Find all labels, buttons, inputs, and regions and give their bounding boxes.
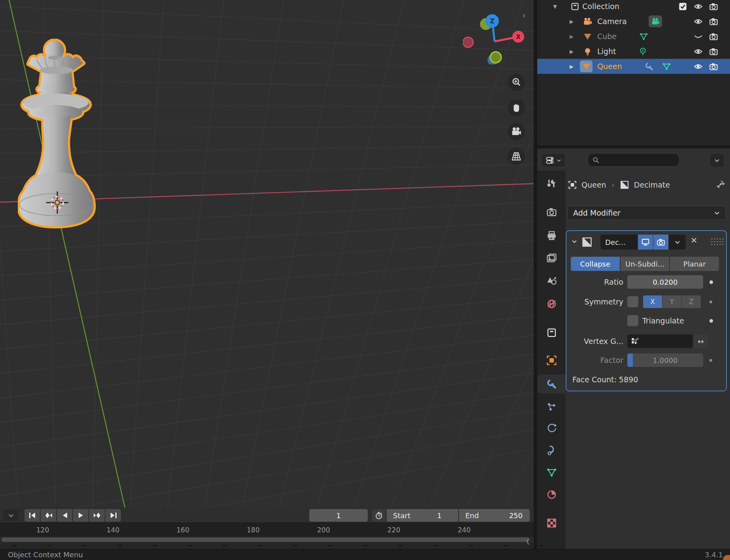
use-preview-range-button[interactable] [372, 509, 386, 522]
navigation-gizmo[interactable]: Z X [463, 11, 530, 64]
disclosure-triangle-icon[interactable]: ▶ [570, 34, 574, 39]
play-reverse-button[interactable] [57, 509, 72, 522]
texture-checker-icon [546, 518, 557, 528]
camera-toggle-icon[interactable] [709, 62, 718, 71]
factor-slider[interactable]: 1.0000 [627, 353, 703, 367]
camera-toggle-icon[interactable] [709, 32, 718, 41]
outliner-row-cube[interactable]: ▶ Cube [537, 29, 730, 44]
tab-particles[interactable] [537, 397, 566, 416]
timeline-ruler[interactable]: 120 140 160 180 200 220 240 [0, 522, 534, 537]
tab-render[interactable] [537, 202, 566, 221]
camera-data-badge[interactable] [649, 15, 662, 27]
tab-object[interactable] [537, 351, 566, 370]
modifier-extras-dropdown[interactable] [668, 235, 686, 250]
animate-dot[interactable] [709, 280, 713, 284]
gizmo-neg-x-ball[interactable] [463, 37, 473, 47]
tab-texture[interactable] [537, 513, 566, 532]
camera-view-button[interactable] [508, 123, 525, 140]
animate-dot[interactable] [709, 359, 712, 362]
ratio-field[interactable]: 0.0200 [627, 275, 703, 289]
pan-button[interactable] [508, 99, 525, 117]
outliner-row-queen[interactable]: ▶ Queen [537, 59, 730, 74]
disclosure-triangle-icon[interactable]: ▼ [553, 4, 557, 9]
panel-divider-horizontal[interactable] [534, 145, 730, 148]
outliner-collapse-arrow[interactable]: ‹ [522, 10, 526, 20]
animate-dot[interactable] [709, 301, 712, 303]
tab-modifiers-active[interactable] [537, 374, 566, 393]
end-frame-field[interactable]: End 250 [459, 509, 530, 522]
eye-open-icon[interactable] [694, 62, 703, 71]
eye-open-icon[interactable] [694, 17, 703, 26]
tab-object-data[interactable] [537, 463, 566, 482]
grid-view-button[interactable] [508, 148, 525, 165]
vertex-group-field[interactable] [627, 334, 693, 348]
tab-physics[interactable] [537, 419, 566, 438]
corner-resize-grip[interactable] [723, 555, 730, 560]
zoom-button[interactable] [508, 73, 525, 91]
modifier-close-button[interactable]: ✕ [690, 236, 698, 245]
timeline-editor-dropdown[interactable] [3, 510, 19, 521]
tab-constraints[interactable] [537, 441, 566, 460]
eye-open-icon[interactable] [694, 2, 703, 11]
eye-closed-icon[interactable] [694, 32, 703, 41]
axis-y-button[interactable]: Y [662, 295, 681, 308]
symmetry-checkbox[interactable] [627, 296, 638, 307]
invert-vertex-group-button[interactable]: ↔ [694, 334, 708, 348]
disclosure-triangle-icon[interactable]: ▶ [570, 64, 574, 70]
prev-keyframe-button[interactable] [41, 509, 56, 522]
tab-view-layer[interactable] [537, 248, 566, 267]
start-frame-field[interactable]: Start 1 [387, 509, 458, 522]
tab-output[interactable] [537, 226, 566, 245]
tab-unsubdivide[interactable]: Un-Subdi... [621, 257, 670, 271]
next-keyframe-button[interactable] [89, 509, 105, 522]
properties-options-button[interactable] [710, 154, 724, 167]
outliner-row-camera[interactable]: ▶ Camera [537, 14, 730, 29]
axis-x-button[interactable]: X [643, 295, 662, 308]
3d-viewport[interactable]: Z X ‹ [0, 0, 534, 507]
outliner-label[interactable]: Cube [597, 32, 617, 41]
realtime-display-toggle[interactable] [638, 235, 653, 250]
play-button[interactable] [73, 509, 88, 522]
add-modifier-button[interactable]: Add Modifier [567, 206, 726, 220]
disclosure-triangle-icon[interactable]: ▶ [570, 49, 574, 54]
outliner-label[interactable]: Camera [597, 17, 627, 26]
outliner-label[interactable]: Light [597, 47, 616, 56]
tab-tool[interactable] [537, 174, 566, 193]
camera-toggle-icon[interactable] [709, 17, 718, 26]
gizmo-neg-y-ball[interactable] [490, 52, 501, 63]
timeline-scrollbar[interactable] [2, 537, 529, 542]
render-display-toggle[interactable] [653, 235, 668, 250]
panel-divider-vertical[interactable] [534, 0, 537, 549]
3d-cursor[interactable] [45, 191, 69, 214]
axis-z-button[interactable]: Z [682, 295, 701, 308]
tab-scene[interactable] [537, 271, 566, 290]
search-input[interactable] [588, 153, 679, 167]
disclosure-triangle-icon[interactable]: ▶ [570, 19, 574, 24]
outliner-row-light[interactable]: ▶ Light [537, 44, 730, 59]
outliner-label[interactable]: Queen [597, 62, 622, 71]
tab-collapse[interactable]: Collapse [571, 257, 620, 271]
tab-material[interactable] [537, 485, 566, 504]
pin-icon[interactable] [716, 180, 725, 189]
eye-open-icon[interactable] [694, 47, 703, 56]
drag-handle-icon[interactable] [710, 237, 724, 248]
modifier-name-field[interactable]: Dec... [600, 235, 638, 250]
outliner-row-collection[interactable]: ▼ Collection [537, 0, 730, 14]
timeline-corner-arrow[interactable]: ❬ [525, 537, 531, 545]
breadcrumb-modifier[interactable]: Decimate [634, 180, 670, 189]
animate-dot[interactable] [709, 319, 713, 323]
current-frame-field[interactable]: 1 [309, 509, 368, 522]
tab-collection[interactable] [537, 323, 566, 342]
jump-to-end-button[interactable] [105, 509, 121, 522]
breadcrumb-object[interactable]: Queen [581, 180, 606, 189]
collapse-chevron-icon[interactable] [571, 238, 578, 244]
camera-toggle-icon[interactable] [709, 47, 718, 56]
tab-planar[interactable]: Planar [670, 257, 719, 271]
tab-world[interactable] [537, 294, 566, 313]
checkbox-checked-icon[interactable] [678, 2, 687, 11]
editor-type-button[interactable] [542, 154, 565, 167]
triangulate-checkbox[interactable] [627, 315, 638, 326]
camera-toggle-icon[interactable] [709, 2, 718, 11]
outliner-label[interactable]: Collection [582, 2, 619, 11]
jump-to-start-button[interactable] [24, 509, 40, 522]
